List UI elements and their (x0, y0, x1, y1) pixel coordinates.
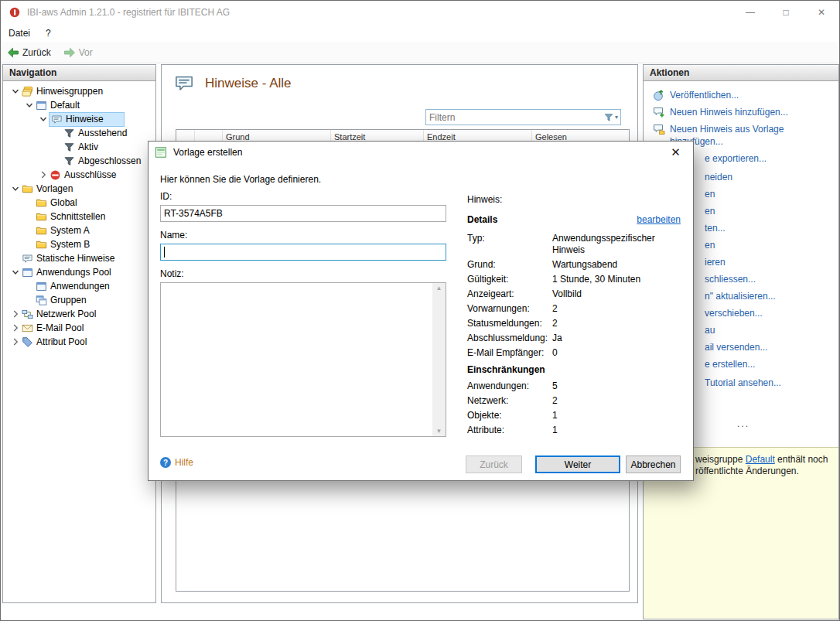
vorlage-erstellen-dialog: Vorlage erstellen ✕ Hier können Sie die … (148, 141, 694, 481)
tree-item-attribut-pool[interactable]: Attribut Pool (3, 335, 155, 349)
name-input[interactable] (160, 244, 446, 261)
chevron-collapsed-icon[interactable] (9, 336, 22, 348)
window-title: IBI-aws Admin 1.21.0 - registriert für I… (27, 7, 230, 18)
restriction-row-anwendungen: Anwendungen:5 (467, 380, 681, 392)
notiz-label: Notiz: (160, 268, 184, 279)
notiz-textarea[interactable]: ▲ ▼ (160, 282, 446, 437)
scroll-up-icon[interactable]: ▲ (436, 285, 442, 292)
tree-item-hinweise[interactable]: Hinweise (3, 112, 155, 126)
back-button[interactable]: Zurück (1, 44, 57, 61)
toolbar: Zurück Vor (1, 42, 839, 63)
dialog-titlebar: Vorlage erstellen (149, 142, 693, 163)
forward-button[interactable]: Vor (57, 44, 99, 61)
close-button[interactable]: ✕ (804, 1, 839, 24)
tree-item-ausschluesse[interactable]: Ausschlüsse (3, 168, 155, 182)
id-input[interactable] (160, 205, 446, 222)
envelope-icon (22, 322, 33, 334)
maximize-button[interactable]: □ (768, 1, 804, 24)
hilfe-link[interactable]: ?Hilfe (160, 457, 193, 468)
bubble-plus-icon (653, 106, 665, 118)
app-logo-icon (9, 6, 21, 19)
filter-funnel-icon (63, 128, 75, 139)
bubble-template-icon (653, 123, 665, 135)
chevron-expanded-icon[interactable] (37, 113, 50, 125)
window-icon (36, 281, 47, 292)
page-title-row: Hinweise - Alle (172, 73, 292, 94)
chevron-expanded-icon[interactable] (9, 85, 22, 97)
detail-row-abschlussmeldung: Abschlussmeldung:Ja (467, 333, 681, 344)
minimize-button[interactable]: — (732, 1, 768, 24)
scroll-down-icon[interactable]: ▼ (436, 428, 442, 435)
tree-item-system-b[interactable]: System B (3, 237, 155, 251)
zurueck-button[interactable]: Zurück (466, 456, 522, 473)
window-icon (36, 100, 47, 111)
tree-item-gruppen[interactable]: Gruppen (3, 293, 155, 307)
action-item-neuen-hinweis-hinzufuegen[interactable]: Neuen Hinweis hinzufügen... (653, 106, 834, 118)
chevron-collapsed-icon[interactable] (9, 322, 22, 334)
menu-datei[interactable]: Datei (1, 26, 38, 41)
folder-icon (36, 211, 47, 223)
window-group-icon (36, 295, 47, 306)
note-bubble-icon (51, 114, 63, 125)
einschraenkungen-header: Einschränkungen (467, 364, 681, 375)
chevron-expanded-icon[interactable] (23, 99, 36, 111)
tree-item-vorlagen[interactable]: Vorlagen (3, 182, 155, 196)
dialog-title: Vorlage erstellen (173, 147, 242, 158)
text-caret (164, 247, 165, 258)
back-arrow-icon (7, 46, 19, 59)
chevron-expanded-icon[interactable] (9, 266, 22, 278)
chevron-collapsed-icon[interactable] (9, 308, 22, 320)
form-icon (155, 146, 167, 159)
filter-funnel-icon[interactable] (603, 112, 614, 123)
tree-item-default[interactable]: Default (3, 98, 155, 112)
detail-row-email-empfaenger: E-Mail Empfänger:0 (467, 347, 681, 359)
tree-item-email-pool[interactable]: E-Mail Pool (3, 321, 155, 335)
tree-item-aktiv[interactable]: Aktiv (3, 140, 155, 154)
network-icon (22, 309, 33, 320)
tree-item-schnittstellen[interactable]: Schnittstellen (3, 210, 155, 223)
app-window: IBI-aws Admin 1.21.0 - registriert für I… (0, 0, 840, 621)
default-group-link[interactable]: Default (746, 454, 775, 465)
chevron-collapsed-icon[interactable] (37, 169, 50, 181)
chevron-expanded-icon[interactable] (9, 183, 22, 195)
detail-row-vorwarnungen: Vorwarnungen:2 (467, 303, 681, 315)
filter-input[interactable] (426, 112, 603, 123)
navigation-panel: Navigation Hinweisgruppen Default Hinwei… (2, 64, 156, 603)
action-item-veroeffentlichen[interactable]: Veröffentlichen... (653, 89, 834, 101)
detail-row-statusmeldungen: Statusmeldungen:2 (467, 318, 681, 329)
filter-funnel-icon (63, 142, 75, 153)
navigation-header: Navigation (3, 65, 155, 81)
folder-icon (36, 197, 47, 209)
detail-row-gueltigkeit: Gültigkeit:1 Stunde, 30 Minuten (467, 274, 681, 285)
publish-icon (653, 89, 665, 101)
tag-icon (22, 336, 33, 348)
tree-item-hinweisgruppen[interactable]: Hinweisgruppen (3, 84, 155, 98)
dialog-close-button[interactable]: ✕ (658, 142, 693, 163)
tree-item-system-a[interactable]: System A (3, 223, 155, 237)
hinweis-details: Typ:Anwendungsspezifischer Hinweis Grund… (467, 233, 681, 439)
tree-item-statische-hinweise[interactable]: Statische Hinweise (3, 251, 155, 265)
folder-stack-icon (22, 86, 33, 97)
window-icon (22, 267, 33, 278)
tree-item-ausstehend[interactable]: Ausstehend (3, 126, 155, 140)
filter-box: ▾ (425, 109, 621, 125)
menu-help[interactable]: ? (38, 26, 59, 41)
menubar: Datei ? (1, 24, 839, 42)
hinweis-section-label: Hinweis: (467, 194, 502, 205)
note-bubble-icon (22, 253, 33, 264)
filter-funnel-icon (63, 155, 75, 167)
tree-item-anwendungs-pool[interactable]: Anwendungs Pool (3, 265, 155, 279)
bearbeiten-link[interactable]: bearbeiten (637, 214, 681, 225)
filter-dropdown-icon[interactable]: ▾ (615, 114, 618, 121)
scrollbar[interactable]: ▲ ▼ (432, 283, 446, 436)
folder-icon (36, 239, 47, 251)
weiter-button[interactable]: Weiter (535, 456, 620, 473)
tree-item-abgeschlossen[interactable]: Abgeschlossen (3, 154, 155, 168)
tree-item-global[interactable]: Global (3, 196, 155, 210)
abbrechen-button[interactable]: Abbrechen (626, 456, 681, 473)
details-header-row: Details bearbeiten (467, 214, 681, 225)
tree-item-netzwerk-pool[interactable]: Netzwerk Pool (3, 307, 155, 321)
dialog-footer: ?Hilfe Zurück Weiter Abbrechen (149, 451, 693, 482)
tree-item-anwendungen[interactable]: Anwendungen (3, 279, 155, 293)
details-header: Details (467, 214, 497, 225)
